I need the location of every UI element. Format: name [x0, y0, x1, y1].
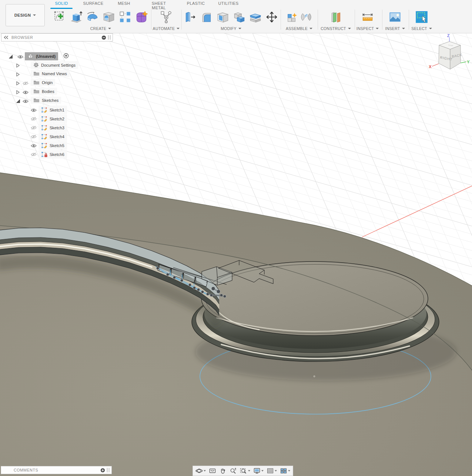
- shell-button[interactable]: [215, 9, 230, 25]
- sketch-center-point[interactable]: [313, 375, 316, 378]
- form-button[interactable]: [134, 9, 149, 25]
- tree-expander[interactable]: [16, 80, 20, 87]
- chevron-down-icon[interactable]: [204, 470, 206, 472]
- create-sketch-button[interactable]: [53, 9, 67, 25]
- viewport-canvas[interactable]: [0, 0, 472, 476]
- display-settings-button[interactable]: [252, 467, 265, 475]
- tab-solid[interactable]: SOLID: [52, 1, 71, 8]
- visibility-toggle[interactable]: [23, 80, 29, 87]
- tree-item-label[interactable]: Sketch2: [50, 117, 64, 121]
- measure-icon: [361, 10, 375, 24]
- visibility-toggle[interactable]: [17, 54, 23, 60]
- tree-item-label[interactable]: Sketch6: [50, 152, 64, 157]
- construction-plane-button[interactable]: [328, 9, 343, 25]
- split-body-button[interactable]: [248, 9, 263, 25]
- remove-panel-icon[interactable]: [101, 35, 106, 40]
- revolve-button[interactable]: [85, 9, 100, 25]
- chevron-down-icon[interactable]: [275, 470, 277, 472]
- folder-icon: [33, 89, 40, 94]
- comments-header[interactable]: COMMENTS: [1, 466, 112, 474]
- visibility-toggle[interactable]: [23, 98, 29, 105]
- group-label-automate[interactable]: AUTOMATE: [153, 26, 180, 31]
- chevron-down-icon: [309, 28, 312, 29]
- panel-drag-grip[interactable]: [107, 468, 109, 472]
- browser-header[interactable]: BROWSER: [1, 33, 113, 41]
- visibility-toggle[interactable]: [31, 152, 37, 158]
- expand-arrow-icon: [16, 90, 20, 94]
- tree-item-label[interactable]: Named Views: [42, 71, 67, 76]
- visibility-toggle[interactable]: [31, 125, 37, 132]
- gear-icon: [33, 62, 39, 68]
- visibility-toggle[interactable]: [31, 143, 37, 149]
- tree-expander[interactable]: [16, 98, 20, 105]
- fillet-button[interactable]: [199, 9, 214, 25]
- group-label-construct[interactable]: CONSTRUCT: [321, 26, 351, 31]
- insert-image-button[interactable]: [388, 9, 402, 25]
- tree-expander[interactable]: [9, 54, 13, 60]
- group-label-assemble[interactable]: ASSEMBLE: [286, 26, 312, 31]
- tree-expander[interactable]: [16, 63, 20, 69]
- eye-off-icon: [31, 117, 37, 121]
- tab-plastic[interactable]: PLASTIC: [185, 1, 206, 8]
- tree-expander[interactable]: [16, 71, 20, 78]
- tab-surface[interactable]: SURFACE: [82, 1, 104, 8]
- workspace-switcher[interactable]: DESIGN: [6, 4, 45, 26]
- press-pull-button[interactable]: [183, 9, 198, 25]
- move-button[interactable]: [264, 9, 279, 25]
- select-button[interactable]: [414, 9, 429, 25]
- visibility-toggle[interactable]: [31, 134, 37, 140]
- tree-item-label[interactable]: (Unsaved): [36, 54, 56, 59]
- panel-drag-grip[interactable]: [108, 35, 110, 40]
- tab-utilities[interactable]: UTILITIES: [218, 1, 239, 8]
- chevron-down-icon[interactable]: [248, 470, 250, 472]
- group-label-insert[interactable]: INSERT: [385, 26, 405, 31]
- visibility-toggle[interactable]: [23, 89, 29, 96]
- tree-item-label[interactable]: Sketch3: [50, 126, 64, 130]
- group-label-modify[interactable]: MODIFY: [221, 26, 241, 31]
- chevron-down-icon[interactable]: [288, 470, 290, 472]
- measure-button[interactable]: [360, 9, 375, 25]
- eye-off-icon: [23, 81, 29, 86]
- tree-expander[interactable]: [16, 89, 20, 96]
- tree-item-label[interactable]: Bodies: [42, 89, 54, 94]
- chevron-down-icon[interactable]: [261, 470, 264, 472]
- visibility-toggle[interactable]: [31, 116, 37, 123]
- tab-mesh[interactable]: MESH: [116, 1, 133, 8]
- viewports-icon: [280, 467, 287, 474]
- chevron-down-icon: [33, 14, 36, 16]
- activate-component-radio[interactable]: [63, 53, 69, 60]
- window-zoom-button[interactable]: [239, 467, 251, 475]
- collapse-arrow-icon: [9, 54, 13, 59]
- tree-item-label[interactable]: Document Settings: [41, 63, 76, 67]
- group-label-create[interactable]: CREATE: [90, 26, 111, 31]
- viewports-button[interactable]: [279, 467, 291, 475]
- extrude-button[interactable]: [69, 9, 84, 25]
- tree-item-label[interactable]: Sketch4: [50, 134, 64, 139]
- eye-off-icon: [31, 126, 37, 130]
- add-comment-icon[interactable]: [100, 468, 105, 473]
- select-icon: [415, 10, 429, 24]
- look-at-button[interactable]: [208, 467, 217, 475]
- group-label-inspect[interactable]: INSPECT: [356, 26, 379, 31]
- tab-sheet-metal[interactable]: SHEET METAL: [144, 1, 173, 8]
- visibility-toggle[interactable]: [31, 107, 37, 114]
- tree-item-label[interactable]: Sketches: [42, 98, 58, 103]
- zoom-button[interactable]: [228, 467, 238, 475]
- tree-item-label[interactable]: Origin: [42, 80, 53, 85]
- group-label-select[interactable]: SELECT: [411, 26, 432, 31]
- orbit-button[interactable]: [194, 467, 207, 475]
- hole-button[interactable]: [101, 9, 116, 25]
- new-component-button[interactable]: [286, 9, 298, 25]
- chevron-down-icon: [238, 28, 241, 29]
- joint-button[interactable]: [300, 9, 312, 25]
- automate-button[interactable]: [159, 9, 174, 25]
- split-body-icon: [248, 10, 262, 24]
- grid-settings-button[interactable]: [265, 467, 278, 475]
- view-cube[interactable]: RIGHT BACK TOP Z X Y: [425, 33, 472, 75]
- collapse-panel-icon[interactable]: [4, 36, 9, 39]
- pan-button[interactable]: [218, 467, 228, 475]
- pattern-button[interactable]: [118, 9, 133, 25]
- combine-button[interactable]: [232, 9, 247, 25]
- tree-item-label[interactable]: Sketch5: [50, 143, 64, 148]
- tree-item-label[interactable]: Sketch1: [50, 108, 64, 112]
